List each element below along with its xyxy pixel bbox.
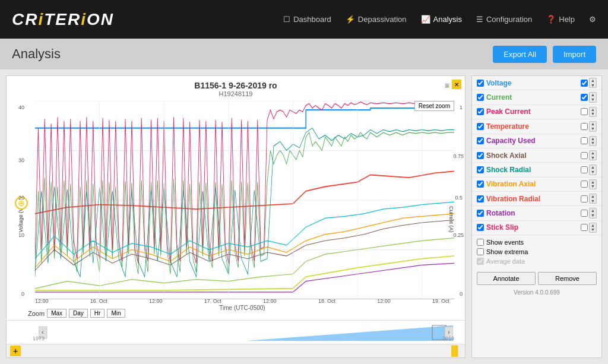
chart-svg (35, 101, 454, 299)
reset-zoom-button[interactable]: Reset zoom (414, 101, 454, 111)
show-events-checkbox[interactable] (477, 239, 484, 246)
temperature-checkbox[interactable] (477, 123, 484, 130)
chart-subtitle: H19248119 (24, 90, 447, 97)
nav-help[interactable]: ❓ Help (546, 15, 575, 24)
temperature-right-axis-checkbox[interactable] (581, 123, 588, 130)
vibration-axial-right-axis-checkbox[interactable] (581, 181, 588, 188)
peak-current-right-axis-checkbox[interactable] (581, 108, 588, 115)
y-axis-left-label: Voltage (V) (18, 206, 24, 233)
app-logo: CRiTERiON (12, 10, 114, 29)
shock-axial-label[interactable]: Shock Axial (486, 151, 578, 160)
capacity-checkbox[interactable] (477, 137, 484, 144)
vibration-axial-updown-button[interactable]: ▲▼ (589, 179, 597, 189)
chart-menu-button[interactable]: ≡ (445, 81, 449, 90)
add-chart-button[interactable]: + (10, 346, 21, 356)
shock-radial-controls: ▲▼ (581, 164, 597, 175)
show-extrema-checkbox[interactable] (477, 248, 484, 255)
svg-text:‹: ‹ (42, 328, 44, 335)
sidebar-row-vibration-radial: Vibration Radial ▲▼ (472, 192, 601, 206)
x-label-1200-4: 12:00 (377, 298, 391, 304)
voltage-right-axis-checkbox[interactable] (581, 80, 588, 87)
vibration-radial-right-axis-checkbox[interactable] (581, 195, 588, 202)
stick-slip-label[interactable]: Stick Slip (486, 223, 578, 232)
stick-slip-controls: ▲▼ (581, 223, 597, 233)
help-icon: ❓ (546, 15, 556, 24)
peak-current-label[interactable]: Peak Current (486, 107, 578, 116)
gear-icon: ⚙ (589, 15, 596, 24)
rotation-controls: ▲▼ (581, 208, 597, 218)
rotation-right-axis-checkbox[interactable] (581, 210, 588, 217)
shock-radial-label[interactable]: Shock Radial (486, 166, 578, 174)
shock-axial-right-axis-checkbox[interactable] (581, 152, 588, 159)
average-data-checkbox[interactable] (477, 258, 484, 265)
export-all-button[interactable]: Export All (493, 46, 547, 63)
y-tick-30: 30 (15, 157, 24, 163)
sidebar-row-peak-current: Peak Current ▲▼ (472, 105, 601, 119)
stick-slip-checkbox[interactable] (477, 224, 484, 231)
page-title: Analysis (12, 46, 61, 62)
capacity-label[interactable]: Capacity Used (486, 137, 578, 145)
shock-axial-updown-button[interactable]: ▲▼ (589, 150, 597, 160)
settings-button[interactable]: ⚙ (589, 15, 596, 24)
show-extrema-label: Show extrema (486, 248, 528, 255)
y-tick-0: 0 (15, 291, 24, 297)
voltage-label[interactable]: Voltage (486, 79, 578, 87)
peak-current-controls: ▲▼ (581, 107, 597, 117)
peak-current-checkbox[interactable] (477, 108, 484, 115)
shock-radial-checkbox[interactable] (477, 166, 484, 173)
svg-text:›: › (448, 328, 450, 335)
vibration-radial-updown-button[interactable]: ▲▼ (589, 194, 597, 204)
battery-icon: ⚡ (346, 15, 355, 24)
stick-slip-updown-button[interactable]: ▲▼ (589, 223, 597, 233)
svg-marker-12 (246, 325, 453, 341)
temperature-controls: ▲▼ (581, 121, 597, 131)
bar-chart-button[interactable]: ▐▌ (448, 346, 461, 356)
temperature-label[interactable]: Temperature (486, 122, 578, 131)
chart-bottom-bar: + ▐▌ (7, 344, 465, 357)
nav-depassivation[interactable]: ⚡ Depassivation (346, 15, 407, 24)
current-label[interactable]: Current (486, 93, 578, 102)
capacity-controls: ▲▼ (581, 136, 597, 146)
voltage-checkbox[interactable] (477, 80, 484, 87)
sidebar-row-temperature: Temperature ▲▼ (472, 119, 601, 134)
version-text: Version 4.0.0.699 (472, 287, 601, 297)
sidebar-row-stick-slip: Stick Slip ▲▼ (472, 221, 601, 235)
voltage-updown-button[interactable]: ▲▼ (589, 78, 597, 88)
vibration-axial-label[interactable]: Vibration Axial (486, 180, 578, 188)
nav-configuration[interactable]: ☰ Configuration (476, 15, 532, 24)
temperature-updown-button[interactable]: ▲▼ (589, 121, 597, 131)
shock-radial-right-axis-checkbox[interactable] (581, 166, 588, 173)
vibration-radial-checkbox[interactable] (477, 195, 484, 202)
import-button[interactable]: Import (553, 46, 596, 63)
shock-radial-updown-button[interactable]: ▲▼ (589, 164, 597, 175)
rotation-updown-button[interactable]: ▲▼ (589, 208, 597, 218)
nav-dashboard[interactable]: ☐ Dashboard (283, 15, 331, 24)
timeline-label-2019: 2019 (442, 335, 454, 341)
nav-analysis[interactable]: 📈 Analysis (421, 15, 462, 24)
rotation-checkbox[interactable] (477, 210, 484, 217)
current-updown-button[interactable]: ▲▼ (589, 92, 597, 102)
x-label-1200-2: 12:00 (149, 298, 163, 304)
capacity-updown-button[interactable]: ▲▼ (589, 136, 597, 146)
vibration-radial-label[interactable]: Vibration Radial (486, 195, 578, 203)
monitor-icon: ☐ (283, 15, 290, 24)
rotation-label[interactable]: Rotation (486, 209, 578, 217)
shock-axial-checkbox[interactable] (477, 152, 484, 159)
peak-current-updown-button[interactable]: ▲▼ (589, 107, 597, 117)
vibration-axial-checkbox[interactable] (477, 181, 484, 188)
mini-timeline: 1973 2019 ‹ › (7, 320, 465, 344)
show-events-row: Show events (477, 238, 597, 247)
sidebar-row-current: Current ▲▼ (472, 90, 601, 105)
y-right-tick-025: 0.25 (453, 232, 464, 238)
chart-icon: 📈 (421, 15, 430, 24)
remove-button[interactable]: Remove (538, 272, 597, 285)
current-controls: ▲▼ (581, 92, 597, 102)
current-checkbox[interactable] (477, 94, 484, 101)
chart-close-button[interactable]: ✕ (452, 80, 461, 89)
y-tick-20: 20 (15, 195, 24, 201)
annotate-button[interactable]: Annotate (477, 272, 536, 285)
capacity-right-axis-checkbox[interactable] (581, 137, 588, 144)
current-right-axis-checkbox[interactable] (581, 94, 588, 101)
stick-slip-right-axis-checkbox[interactable] (581, 224, 588, 231)
chart-panel: B1156-1 9-26-2019 ro H19248119 ≡ ✕ Volta… (6, 75, 466, 358)
